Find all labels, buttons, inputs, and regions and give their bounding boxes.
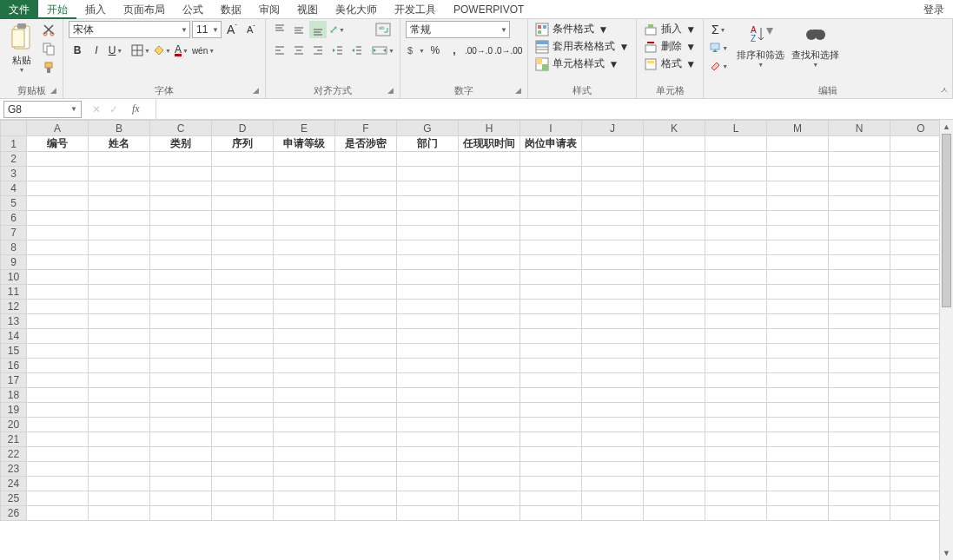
cell[interactable] (459, 181, 520, 196)
cell[interactable] (644, 388, 705, 403)
scroll-up-button[interactable]: ▲ (940, 120, 953, 134)
cell[interactable] (705, 359, 767, 373)
scroll-down-button[interactable]: ▼ (940, 546, 953, 560)
cell[interactable] (829, 270, 890, 285)
cell[interactable] (767, 432, 829, 447)
row-header[interactable]: 1 (1, 136, 27, 152)
cell[interactable] (520, 211, 582, 226)
cell[interactable] (89, 462, 150, 477)
cancel-formula-button[interactable]: ✕ (92, 103, 101, 115)
cell[interactable] (274, 344, 335, 359)
cell[interactable] (520, 196, 582, 211)
cell[interactable] (274, 447, 335, 462)
name-box[interactable]: G8▼ (3, 101, 82, 118)
cell[interactable] (644, 167, 705, 181)
cell[interactable] (582, 359, 644, 373)
cell[interactable] (829, 462, 890, 477)
cell[interactable] (150, 447, 212, 462)
cell[interactable] (767, 447, 829, 462)
cell[interactable] (27, 270, 89, 285)
scroll-thumb[interactable] (942, 134, 951, 307)
cell[interactable] (767, 477, 829, 491)
cell[interactable] (150, 167, 212, 181)
cell[interactable] (520, 403, 582, 418)
fx-button[interactable]: fx (127, 102, 145, 115)
cell[interactable] (335, 491, 397, 506)
select-all-corner[interactable] (1, 121, 27, 136)
cell[interactable] (459, 300, 520, 314)
cell[interactable] (212, 240, 274, 255)
cell[interactable] (829, 314, 890, 329)
cell[interactable]: 部门 (397, 136, 459, 152)
cell[interactable] (459, 255, 520, 270)
cell[interactable]: 姓名 (89, 136, 150, 152)
cell[interactable] (335, 196, 397, 211)
cell[interactable] (89, 477, 150, 491)
cell[interactable] (397, 255, 459, 270)
cell[interactable] (274, 359, 335, 373)
cell[interactable] (397, 477, 459, 491)
row-header[interactable]: 25 (1, 491, 27, 506)
row-header[interactable]: 18 (1, 388, 27, 403)
cell[interactable] (397, 240, 459, 255)
cell[interactable] (459, 226, 520, 240)
cell[interactable] (397, 344, 459, 359)
cell[interactable] (274, 491, 335, 506)
column-header[interactable]: K (644, 121, 705, 136)
cell[interactable] (520, 447, 582, 462)
cell[interactable] (89, 373, 150, 388)
column-header[interactable]: F (335, 121, 397, 136)
cell[interactable] (582, 477, 644, 491)
cell[interactable] (829, 167, 890, 181)
cell[interactable] (27, 462, 89, 477)
sort-filter-button[interactable]: AZ 排序和筛选▼ (733, 21, 788, 69)
column-header[interactable]: N (829, 121, 890, 136)
number-launcher[interactable]: ◢ (515, 86, 526, 96)
number-format-combo[interactable]: 常规▼ (406, 21, 510, 38)
column-header[interactable]: C (150, 121, 212, 136)
cell[interactable] (89, 388, 150, 403)
cell[interactable] (459, 359, 520, 373)
comma-button[interactable]: , (446, 42, 463, 59)
cell[interactable] (582, 491, 644, 506)
cell[interactable] (767, 344, 829, 359)
vertical-scrollbar[interactable]: ▲ ▼ (939, 120, 953, 560)
cell[interactable] (705, 152, 767, 167)
cell[interactable] (335, 181, 397, 196)
conditional-format-button[interactable]: 条件格式▼ (533, 21, 631, 37)
column-header[interactable]: D (212, 121, 274, 136)
cell[interactable] (89, 196, 150, 211)
cell[interactable] (644, 314, 705, 329)
cell[interactable] (829, 240, 890, 255)
cell[interactable] (459, 418, 520, 432)
cell[interactable] (520, 506, 582, 521)
format-as-table-button[interactable]: 套用表格格式▼ (533, 38, 631, 55)
cell[interactable] (335, 285, 397, 300)
cell[interactable] (459, 462, 520, 477)
cell[interactable] (89, 270, 150, 285)
fill-color-button[interactable]: ▼ (152, 42, 171, 59)
increase-indent-button[interactable] (347, 42, 365, 59)
cell[interactable] (397, 329, 459, 344)
cell[interactable] (27, 285, 89, 300)
cell[interactable] (829, 136, 890, 152)
cell[interactable] (397, 314, 459, 329)
cell[interactable] (644, 329, 705, 344)
column-header[interactable]: A (27, 121, 89, 136)
cell[interactable] (212, 196, 274, 211)
cell[interactable] (829, 211, 890, 226)
cell[interactable] (89, 329, 150, 344)
row-header[interactable]: 2 (1, 152, 27, 167)
row-header[interactable]: 8 (1, 240, 27, 255)
cell[interactable] (520, 240, 582, 255)
cell[interactable] (150, 506, 212, 521)
decrease-font-button[interactable]: Aˇ (242, 21, 260, 38)
cell[interactable] (150, 388, 212, 403)
cell[interactable] (212, 255, 274, 270)
cell[interactable] (335, 432, 397, 447)
cell[interactable] (705, 181, 767, 196)
cell[interactable] (335, 270, 397, 285)
cell[interactable] (582, 136, 644, 152)
paste-button[interactable]: 粘贴 ▼ (5, 21, 38, 75)
cell[interactable] (582, 211, 644, 226)
